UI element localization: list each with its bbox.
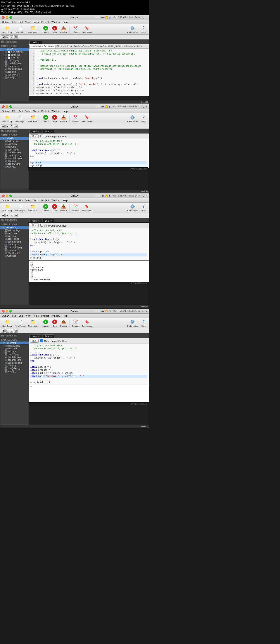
sidebar-item-icon2x-1[interactable]: ✓ Icon@2x.png [0,73,29,76]
sidebar-item-iconmdpi-2[interactable]: ✓ Icon-mdpi.png [0,154,29,157]
sidebar-item-build-1[interactable]: ✓ 📄 build.settings [0,50,29,54]
clear-on-run-checkbox-2[interactable] [40,134,43,138]
my-projects-header-2[interactable]: MY PROJECTS [0,130,29,133]
nav-back-3[interactable]: ◀ [1,214,5,217]
sample-code-header-2[interactable]: SAMPLE CODE [0,134,29,137]
minimize-button-2[interactable] [6,105,8,108]
sample-code-header-1[interactable]: SAMPLE CODE [0,44,29,48]
tab-lua-3[interactable]: Lua ✕ [43,219,54,222]
checkbox-config-3[interactable]: ✓ [5,232,7,234]
menu-view-1[interactable]: View [25,21,31,23]
sidebar-item-world-1[interactable]: ✓ world.jpg [0,76,29,79]
tab-main-close-1[interactable]: ✕ [38,42,40,44]
checkbox-config-2[interactable]: ✓ [5,143,7,145]
sidebar-item-config-4[interactable]: ✓ config.lua [0,347,29,350]
checkbox-iconxhdpi-3[interactable]: ✓ [5,246,7,248]
minimize-button-4[interactable] [6,310,8,312]
help-button-4[interactable]: ? Help [139,319,148,328]
tab-main-close-4[interactable]: ✕ [38,335,40,337]
sidebar-item-icon-2[interactable]: ✓ Icon.png [0,160,29,162]
layout-toggle-2[interactable]: ⊞ [14,124,18,128]
menu-help-3[interactable]: Help [63,199,68,202]
maximize-button-3[interactable] [9,194,12,197]
new-group-button-3[interactable]: 📁 New Group [2,204,13,212]
search-icon-3[interactable]: 🔍 [141,194,144,197]
tab-lua-close-4[interactable]: ✕ [50,335,52,337]
sidebar-item-iconxhdpi-2[interactable]: ✓ Icon-xhdpi.png [0,157,29,160]
checkbox-icon72-4[interactable]: ✓ [5,353,7,356]
checkbox-iconmdpi-3[interactable]: ✓ [5,244,7,246]
sidebar-item-iconhdpi-4[interactable]: ✓ Icon-hdpi.png [0,356,29,358]
sidebar-item-iconmdpi-1[interactable]: ✓ Icon-mdpi.png [0,65,29,68]
menu-help-1[interactable]: Help [63,21,68,23]
layout-toggle-3[interactable]: ⊞ [14,214,18,217]
new-asset-button-4[interactable]: 🗂️ New Asset [27,319,38,328]
sidebar-item-icon2x-2[interactable]: ✓ Icon@2x.png [0,162,29,165]
checkbox-build-3[interactable]: ✓ [5,230,7,232]
search-icon-2[interactable]: 🔍 [141,105,144,108]
checkbox-build-4[interactable]: ✓ [5,345,7,347]
sidebar-item-iconxhdpi-3[interactable]: ✓ Icon-xhdpi.png [0,246,29,249]
new-group-button-4[interactable]: 📁 New Group [2,319,13,328]
new-asset-button-2[interactable]: 🗂️ New Asset [27,114,38,123]
menu-tools-4[interactable]: Tools [33,314,39,317]
checkbox-iconmdpi-2[interactable]: ✓ [5,154,7,156]
tab-lua-4[interactable]: Lua ✕ [43,334,54,338]
menu-file-1[interactable]: File [12,21,16,23]
tab-main-close-3[interactable]: ✕ [38,220,40,222]
publish-button-3[interactable]: 📤 Publish [59,204,68,212]
menu-tools-2[interactable]: Tools [33,110,39,112]
hello-world-folder-1[interactable]: ▼ HelloWorld [0,48,29,50]
checkbox-world-2[interactable]: ✓ [5,166,7,168]
sidebar-toggle-1[interactable]: ☰ [10,35,13,39]
search-icon-4[interactable]: 🔍 [141,310,144,312]
menu-icon-1[interactable]: ≡ [146,16,147,18]
menu-edit-2[interactable]: Edit [19,110,23,112]
new-project-button-1[interactable]: 📄 New Project [14,25,27,34]
menu-project-3[interactable]: Project [41,199,49,202]
checkbox-iconmdpi-4[interactable]: ✓ [5,359,7,361]
snippets-button-4[interactable]: ✂️ Snippets [71,319,80,328]
preferences-button-4[interactable]: ⚙️ Preferences [126,319,139,328]
menu-icon-2[interactable]: ≡ [146,105,147,108]
checkbox-config-4[interactable]: ✓ [5,348,7,350]
sidebar-item-world-3[interactable]: ✓ world.jpg [0,254,29,257]
close-button-3[interactable] [2,194,5,197]
menu-outlaw-1[interactable]: Outlaw [2,21,9,23]
minimize-button-1[interactable] [6,16,8,19]
stop-button-4[interactable]: ■ Stop [51,319,59,328]
checkbox-config-1[interactable]: ✓ [5,54,7,56]
sidebar-item-main-4[interactable]: ✓ main.lua [0,350,29,353]
menu-icon-4[interactable]: ≡ [146,310,147,312]
sidebar-item-icon2x-4[interactable]: ✓ Icon@2x.png [0,367,29,370]
stop-button-3[interactable]: ■ Stop [51,204,59,212]
publish-button-4[interactable]: 📤 Publish [59,319,68,328]
nav-forward-4[interactable]: ▶ [6,329,9,332]
sidebar-toggle-2[interactable]: ☰ [10,124,13,128]
sidebar-item-main-2[interactable]: ✓ main.lua [0,146,29,148]
checkbox-world-4[interactable]: ✓ [5,370,7,372]
sidebar-item-main-3[interactable]: ✓ main.lua [0,235,29,238]
checkbox-icon2x-3[interactable]: ✓ [5,252,7,254]
menu-edit-3[interactable]: Edit [19,199,23,202]
bookmarks-button-3[interactable]: 🔖 BookMarks [81,204,93,212]
snippets-button-2[interactable]: ✂️ Snippets [71,114,80,123]
sidebar-item-world-4[interactable]: ✓ world.jpg [0,370,29,373]
sample-code-header-4[interactable]: SAMPLE CODE [0,338,29,342]
menu-edit-1[interactable]: Edit [19,21,23,23]
checkbox-main-2[interactable]: ✓ [5,146,7,148]
sidebar-item-main-1[interactable]: ✓ 📄 main.lua [0,56,29,59]
menu-project-4[interactable]: Project [41,314,49,317]
search-icon-1[interactable]: 🔍 [141,16,144,18]
sidebar-item-build-2[interactable]: ✓ build.settings [0,140,29,143]
menu-window-1[interactable]: Window [52,21,60,23]
checkbox-world-1[interactable]: ✓ [5,76,7,79]
tab-main-3[interactable]: main ✕ [30,219,42,222]
sidebar-item-world-2[interactable]: ✓ world.jpg [0,165,29,168]
publish-button-1[interactable]: 📤 Publish [59,25,68,34]
sidebar-item-iconxhdpi-1[interactable]: ✓ Icon-xhdpi.png [0,68,29,70]
clear-on-run-checkbox-3[interactable] [40,224,43,226]
new-group-button-1[interactable]: 📁 New Group [2,25,13,34]
new-asset-button-3[interactable]: 🗂️ New Asset [27,204,38,212]
hello-world-folder-4[interactable]: ▼ HelloWorld [0,342,29,344]
